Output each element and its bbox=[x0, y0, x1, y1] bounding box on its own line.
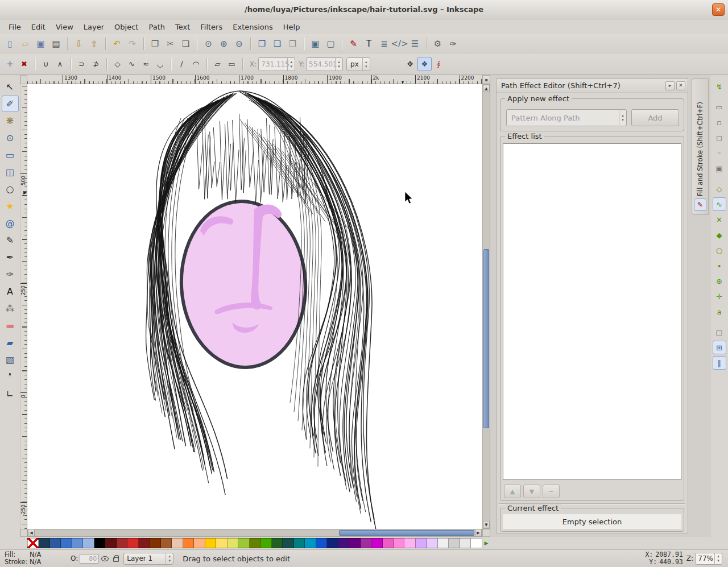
layer-selector[interactable]: Layer 1 ▴▾ bbox=[123, 553, 173, 565]
clone-icon[interactable]: ❑ bbox=[270, 36, 285, 51]
snap-cusp-nodes-icon[interactable]: ◆ bbox=[713, 228, 726, 242]
preferences-icon[interactable]: ⚙ bbox=[430, 36, 445, 51]
menu-filters[interactable]: Filters bbox=[195, 21, 228, 33]
close-window-button[interactable]: ✕ bbox=[712, 3, 725, 16]
dropper-tool[interactable]: ❜ bbox=[2, 369, 19, 385]
snap-bbox-centers-icon[interactable]: ▣ bbox=[713, 162, 726, 175]
palette-swatch[interactable] bbox=[294, 538, 305, 548]
tweak-tool[interactable]: ❋ bbox=[2, 113, 19, 129]
layer-visibility-button[interactable] bbox=[99, 553, 110, 564]
input-devices-icon[interactable]: ✑ bbox=[445, 36, 461, 51]
vertical-scrollbar-thumb[interactable] bbox=[483, 249, 489, 428]
horizontal-ruler[interactable]: ▾ 13001400150016001700180019002k21002200 bbox=[27, 75, 482, 84]
guide-lock-button[interactable]: ▪ bbox=[482, 75, 490, 84]
show-bezier-handles-icon[interactable]: ❖ bbox=[417, 57, 432, 71]
fill-stroke-dialog-icon[interactable]: ✎ bbox=[346, 36, 361, 51]
palette-swatch[interactable] bbox=[272, 538, 283, 548]
x-value[interactable]: 731.115 bbox=[261, 60, 287, 68]
snap-page-border-icon[interactable]: ▢ bbox=[713, 325, 726, 339]
insert-node-icon[interactable]: ✛ bbox=[3, 57, 17, 71]
zoom-control[interactable]: Z: 77% ▴▾ bbox=[686, 553, 722, 565]
palette-swatch[interactable] bbox=[438, 538, 449, 548]
palette-swatch[interactable] bbox=[449, 538, 460, 548]
zoom-selection-icon[interactable]: ⊙ bbox=[201, 36, 216, 51]
palette-swatch[interactable] bbox=[338, 538, 349, 548]
palette-swatch[interactable] bbox=[427, 538, 437, 548]
undo-icon[interactable]: ↶ bbox=[109, 36, 125, 51]
menu-help[interactable]: Help bbox=[278, 21, 305, 33]
eraser-tool[interactable]: ▬ bbox=[2, 317, 19, 334]
spin-up-icon[interactable]: ▴ bbox=[622, 113, 624, 118]
palette-swatch[interactable] bbox=[250, 538, 260, 548]
palette-swatch[interactable] bbox=[183, 538, 194, 548]
vertical-scrollbar[interactable]: ▲ ▼ bbox=[482, 84, 490, 529]
save-document-icon[interactable]: ▣ bbox=[33, 36, 48, 51]
y-value[interactable]: 554.501 bbox=[309, 60, 335, 68]
palette-swatch[interactable] bbox=[349, 538, 360, 548]
palette-swatch[interactable] bbox=[305, 538, 316, 548]
remove-effect-button[interactable]: − bbox=[543, 485, 560, 498]
effect-type-combobox[interactable]: Pattern Along Path ▴▾ bbox=[506, 109, 627, 126]
copy-icon[interactable]: ❐ bbox=[147, 36, 163, 51]
spin-up-icon[interactable]: ▴ bbox=[291, 60, 293, 64]
pen-tool[interactable]: ✒ bbox=[2, 249, 19, 266]
menu-layer[interactable]: Layer bbox=[78, 21, 109, 33]
palette-swatch[interactable] bbox=[228, 538, 238, 548]
menu-text[interactable]: Text bbox=[170, 21, 195, 33]
zoom-tool[interactable]: ⊙ bbox=[2, 130, 19, 146]
effect-list[interactable] bbox=[503, 143, 681, 480]
spinner-arrows-icon[interactable]: ▴▾ bbox=[714, 553, 722, 564]
spin-up-icon[interactable]: ▴ bbox=[365, 60, 367, 64]
palette-swatch[interactable] bbox=[460, 538, 471, 548]
horizontal-scrollbar[interactable]: ◀ ▶ bbox=[27, 529, 482, 537]
menu-extensions[interactable]: Extensions bbox=[228, 21, 278, 33]
star-tool[interactable]: ★ bbox=[2, 198, 19, 214]
snap-rotation-centers-icon[interactable]: ✛ bbox=[713, 289, 726, 303]
scroll-right-button[interactable]: ▶ bbox=[475, 529, 482, 537]
xml-editor-icon[interactable]: </> bbox=[392, 36, 407, 51]
dock-expander-icon[interactable]: ▶ bbox=[23, 190, 27, 195]
spin-down-icon[interactable]: ▾ bbox=[291, 64, 293, 69]
spin-down-icon[interactable]: ▾ bbox=[622, 118, 624, 122]
snap-bbox-edge-midpoints-icon[interactable]: ◦ bbox=[713, 146, 726, 160]
snap-text-baseline-icon[interactable]: a bbox=[713, 305, 726, 318]
spin-down-icon[interactable]: ▾ bbox=[169, 558, 171, 563]
fill-stroke-indicator[interactable]: Fill:N/A Stroke:N/A bbox=[5, 551, 71, 566]
unlink-clone-icon[interactable]: ❒ bbox=[285, 36, 300, 51]
palette-scroll-button[interactable]: ▶ bbox=[482, 537, 490, 549]
snap-path-intersections-icon[interactable]: ✕ bbox=[713, 213, 726, 226]
unit-selector[interactable]: px ▴▾ bbox=[346, 57, 370, 71]
cusp-node-icon[interactable]: ◇ bbox=[110, 57, 125, 71]
connector-tool[interactable]: ∟ bbox=[2, 386, 19, 402]
titlebar[interactable]: /home/luya/Pictures/inkscape/hair-tutori… bbox=[0, 0, 728, 19]
combo-arrows-icon[interactable]: ▴▾ bbox=[166, 553, 173, 564]
menu-edit[interactable]: Edit bbox=[26, 21, 51, 33]
stroke-to-path-icon[interactable]: ▭ bbox=[225, 57, 239, 71]
palette-swatch[interactable] bbox=[383, 538, 394, 548]
opacity-field[interactable]: 80 bbox=[80, 554, 99, 564]
box3d-tool[interactable]: ◫ bbox=[2, 164, 19, 180]
palette-swatch[interactable] bbox=[260, 538, 271, 548]
spinner-arrows-icon[interactable]: ▴▾ bbox=[335, 58, 342, 71]
palette-swatch[interactable] bbox=[327, 538, 338, 548]
bucket-tool[interactable]: ▰ bbox=[2, 334, 19, 351]
zoom-field[interactable]: 77% ▴▾ bbox=[695, 553, 722, 565]
join-segment-icon[interactable]: ⊃ bbox=[75, 57, 89, 71]
palette-swatch[interactable] bbox=[127, 538, 138, 548]
palette-swatch[interactable] bbox=[316, 538, 327, 548]
palette-swatch[interactable] bbox=[83, 538, 94, 548]
ellipse-tool[interactable]: ○ bbox=[2, 181, 19, 197]
close-panel-button[interactable]: ✕ bbox=[676, 81, 685, 90]
spin-up-icon[interactable]: ▴ bbox=[338, 60, 340, 64]
print-icon[interactable]: ▤ bbox=[48, 36, 64, 51]
scroll-up-button[interactable]: ▲ bbox=[483, 85, 490, 92]
palette-swatch[interactable] bbox=[61, 538, 72, 548]
palette-swatch[interactable] bbox=[416, 538, 427, 548]
palette-swatch[interactable] bbox=[50, 538, 61, 548]
y-coordinate-field[interactable]: 554.501 ▴▾ bbox=[306, 57, 343, 71]
snap-bbox-edges-icon[interactable]: ▫ bbox=[713, 115, 726, 129]
float-panel-button[interactable]: ▸ bbox=[665, 81, 675, 90]
palette-swatch[interactable] bbox=[394, 538, 404, 548]
palette-swatch[interactable] bbox=[283, 538, 293, 548]
menu-file[interactable]: File bbox=[3, 21, 26, 33]
